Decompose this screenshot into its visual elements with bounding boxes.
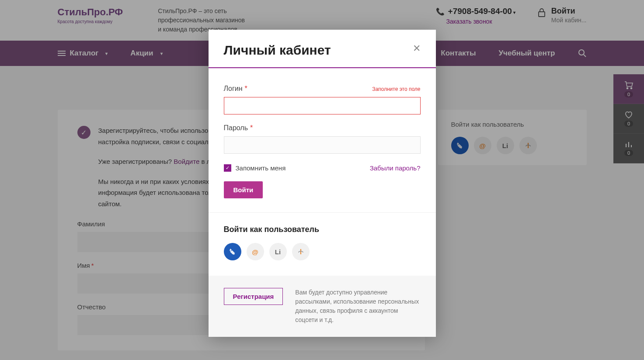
modal-social-livejournal[interactable] [224, 243, 241, 260]
modal-social-liveinternet[interactable]: Li [269, 243, 287, 260]
modal-social-title: Войти как пользователь [224, 225, 421, 234]
remember-label: Запомнить меня [236, 164, 286, 172]
password-label: Пароль* [224, 124, 253, 132]
login-error: Заполните это поле [372, 86, 420, 92]
checkbox-checked-icon: ✓ [224, 164, 231, 172]
submit-button[interactable]: Войти [224, 181, 263, 198]
modal-social-openid[interactable] [292, 243, 310, 260]
modal-social-mailru[interactable]: @ [247, 243, 264, 260]
password-input[interactable] [224, 136, 421, 154]
login-label: Логин* [224, 85, 247, 93]
forgot-password-link[interactable]: Забыли пароль? [370, 164, 421, 172]
close-icon: ✕ [413, 43, 421, 54]
close-button[interactable]: ✕ [413, 43, 421, 54]
login-modal: Личный кабинет ✕ Логин* Заполните это по… [209, 30, 436, 337]
login-input[interactable] [224, 97, 421, 114]
modal-title: Личный кабинет [224, 43, 331, 58]
modal-footer-text: Вам будет доступно управление рассылками… [295, 288, 420, 325]
remember-checkbox[interactable]: ✓ Запомнить меня [224, 164, 286, 172]
register-button[interactable]: Регистрация [224, 288, 283, 305]
